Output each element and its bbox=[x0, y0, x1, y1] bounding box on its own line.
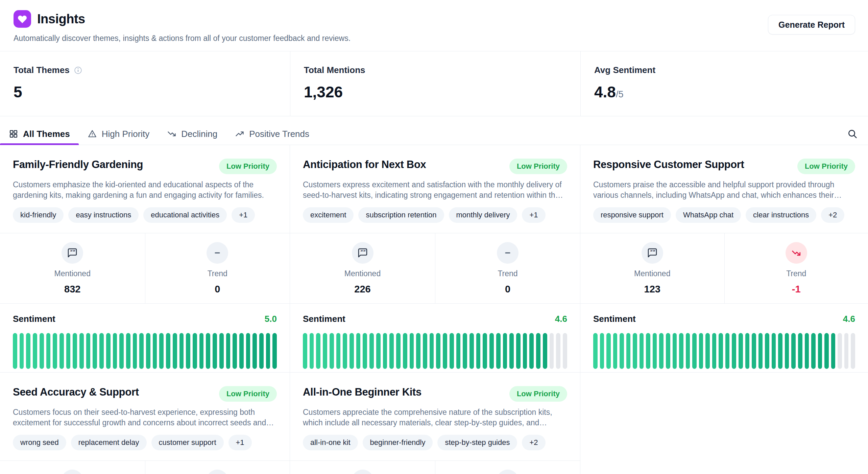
sentiment-section: Sentiment 5.0 View Details bbox=[0, 304, 290, 373]
sentiment-bar bbox=[40, 333, 44, 369]
sentiment-bar bbox=[246, 333, 250, 369]
tag-pill: WhatsApp chat bbox=[676, 207, 741, 223]
tab-declining[interactable]: Declining bbox=[158, 123, 226, 145]
sentiment-bar bbox=[146, 333, 150, 369]
theme-card: Family-Friendly Gardening Low Priority C… bbox=[0, 145, 290, 372]
mentioned-stat: ”” Mentioned bbox=[290, 461, 435, 474]
sentiment-bar bbox=[219, 333, 224, 369]
sentiment-bar bbox=[166, 333, 170, 369]
more-tags-pill: +1 bbox=[522, 207, 545, 223]
sentiment-bars bbox=[303, 333, 567, 369]
sentiment-bar bbox=[620, 333, 624, 369]
page-header: Insights Automatically discover themes, … bbox=[0, 0, 868, 51]
tab-positive-trends[interactable]: Positive Trends bbox=[226, 123, 318, 145]
trend-down-icon bbox=[786, 242, 807, 264]
mentioned-value: 123 bbox=[644, 284, 660, 295]
tag-pill: clear instructions bbox=[746, 207, 816, 223]
sentiment-bar bbox=[745, 333, 750, 369]
theme-description: Customers focus on their seed-to-harvest… bbox=[13, 407, 277, 428]
sentiment-value: 5.0 bbox=[265, 314, 277, 324]
sentiment-bar bbox=[179, 333, 184, 369]
generate-report-button[interactable]: Generate Report bbox=[768, 15, 855, 34]
sentiment-bar bbox=[516, 333, 521, 369]
sentiment-bar bbox=[389, 333, 394, 369]
sentiment-bar bbox=[529, 333, 534, 369]
sentiment-bar bbox=[199, 333, 204, 369]
priority-badge: Low Priority bbox=[219, 159, 277, 174]
more-tags-pill: +1 bbox=[228, 435, 252, 450]
sentiment-bar bbox=[159, 333, 164, 369]
tab-high-priority[interactable]: High Priority bbox=[79, 123, 159, 145]
sentiment-bar bbox=[563, 333, 567, 369]
page-title: Insights bbox=[37, 12, 85, 26]
tag-pill: excitement bbox=[303, 207, 354, 223]
trend-flat-icon bbox=[497, 470, 519, 474]
page-subtitle: Automatically discover themes, insights … bbox=[14, 34, 854, 43]
sentiment-bar bbox=[679, 333, 683, 369]
sentiment-bar bbox=[106, 333, 111, 369]
svg-text:””: ”” bbox=[70, 250, 76, 254]
info-icon[interactable] bbox=[74, 66, 82, 75]
mentioned-value: 832 bbox=[64, 284, 80, 295]
tab-all-themes[interactable]: All Themes bbox=[0, 123, 79, 145]
sentiment-bar bbox=[509, 333, 514, 369]
sentiment-bar bbox=[213, 333, 217, 369]
sentiment-bar bbox=[712, 333, 717, 369]
mentioned-stat: ”” Mentioned 123 bbox=[580, 233, 724, 303]
sentiment-bar bbox=[316, 333, 320, 369]
sentiment-bar bbox=[633, 333, 637, 369]
sentiment-bar bbox=[99, 333, 104, 369]
message-quote-icon: ”” bbox=[352, 242, 373, 264]
sentiment-bar bbox=[798, 333, 802, 369]
sentiment-bar bbox=[239, 333, 244, 369]
tag-pill: wrong seed bbox=[13, 435, 66, 450]
tag-pill: all-in-one kit bbox=[303, 435, 358, 450]
sentiment-bar bbox=[556, 333, 560, 369]
trend-stat: Trend bbox=[435, 461, 580, 474]
sentiment-bar bbox=[93, 333, 97, 369]
theme-stats: ”” Mentioned 123 Trend -1 bbox=[580, 233, 868, 304]
mentioned-stat: ”” Mentioned 226 bbox=[290, 233, 435, 303]
sentiment-bar bbox=[139, 333, 144, 369]
mentioned-stat: ”” Mentioned bbox=[0, 461, 145, 474]
stat-label: Total Mentions bbox=[304, 65, 365, 75]
trend-flat-icon bbox=[497, 242, 519, 264]
sentiment-bar bbox=[550, 333, 554, 369]
tag-pill: kid-friendly bbox=[13, 207, 64, 223]
sentiment-bar bbox=[844, 333, 849, 369]
sentiment-bar bbox=[343, 333, 347, 369]
sentiment-bar bbox=[46, 333, 51, 369]
sentiment-bar bbox=[791, 333, 796, 369]
theme-title: Responsive Customer Support bbox=[593, 159, 744, 171]
sentiment-section: Sentiment 4.6 View Details bbox=[580, 304, 868, 373]
sentiment-bar bbox=[456, 333, 461, 369]
sentiment-bars bbox=[13, 333, 277, 369]
trend-label: Trend bbox=[498, 269, 517, 278]
search-button[interactable] bbox=[837, 123, 868, 145]
sentiment-bar bbox=[330, 333, 334, 369]
sentiment-bar bbox=[606, 333, 611, 369]
sentiment-bar bbox=[376, 333, 381, 369]
priority-badge: Low Priority bbox=[509, 386, 567, 402]
tag-list: responsive supportWhatsApp chatclear ins… bbox=[593, 207, 855, 223]
theme-description: Customers appreciate the comprehensive n… bbox=[303, 407, 567, 428]
mentioned-label: Mentioned bbox=[634, 269, 670, 278]
tag-list: all-in-one kitbeginner-friendlystep-by-s… bbox=[303, 435, 567, 450]
theme-stats: ”” Mentioned Trend bbox=[0, 460, 290, 474]
stat-label: Total Themes bbox=[14, 65, 70, 75]
priority-badge: Low Priority bbox=[219, 386, 277, 402]
sentiment-bar bbox=[383, 333, 387, 369]
sentiment-bar bbox=[303, 333, 307, 369]
sentiment-bar bbox=[336, 333, 341, 369]
sentiment-bar bbox=[450, 333, 454, 369]
sentiment-bar bbox=[739, 333, 743, 369]
trend-label: Trend bbox=[208, 269, 227, 278]
sentiment-bar bbox=[20, 333, 24, 369]
summary-stats: Total Themes 5 Total Mentions 1,326 Avg … bbox=[0, 51, 868, 116]
sentiment-bar bbox=[119, 333, 124, 369]
trend-flat-icon bbox=[207, 242, 228, 264]
sentiment-bar bbox=[785, 333, 789, 369]
sentiment-bar bbox=[193, 333, 197, 369]
sentiment-bar bbox=[349, 333, 354, 369]
tag-pill: monthly delivery bbox=[449, 207, 517, 223]
